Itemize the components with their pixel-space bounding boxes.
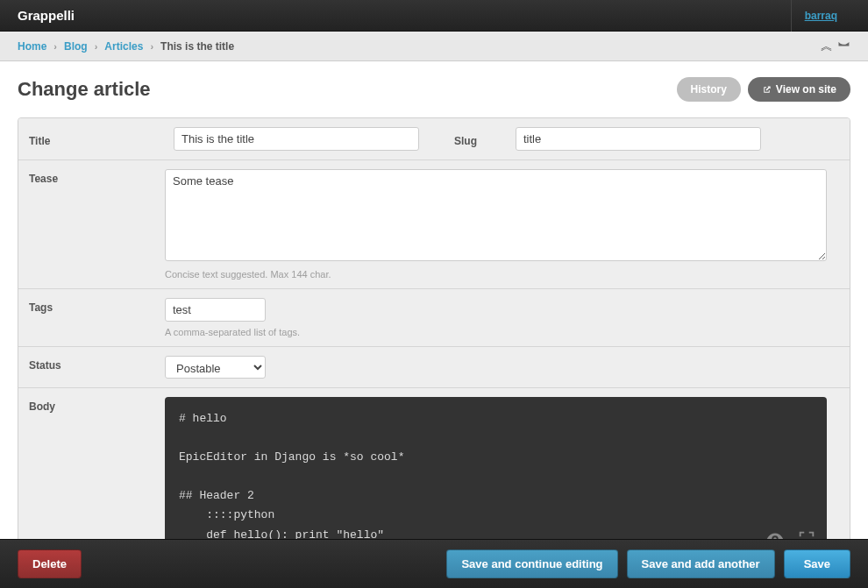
row-tags: Tags A comma-separated list of tags.: [18, 289, 850, 347]
breadcrumb-model[interactable]: Articles: [104, 40, 143, 53]
slug-label: Slug: [454, 131, 507, 147]
delete-button[interactable]: Delete: [18, 549, 82, 578]
body-wrap: # hello EpicEditor in Django is *so cool…: [165, 397, 839, 557]
col-title: Title: [29, 127, 419, 151]
tags-input[interactable]: [165, 298, 266, 322]
bottom-action-bar: Delete Save and continue editing Save an…: [0, 539, 868, 588]
col-slug: Slug: [454, 127, 839, 151]
breadcrumb-home[interactable]: Home: [18, 40, 46, 53]
title-input[interactable]: [174, 127, 419, 151]
collapse-controls: ︽ ︼: [821, 39, 850, 54]
user-link[interactable]: barraq: [791, 0, 850, 32]
chevron-right-icon: ›: [95, 41, 98, 52]
tease-textarea[interactable]: Some tease: [165, 169, 827, 261]
save-continue-button[interactable]: Save and continue editing: [446, 549, 617, 578]
breadcrumb: Home › Blog › Articles › This is the tit…: [18, 40, 234, 53]
tease-wrap: Some tease Concise text suggested. Max 1…: [165, 169, 839, 280]
row-tease: Tease Some tease Concise text suggested.…: [18, 160, 850, 289]
status-select[interactable]: Postable: [165, 356, 266, 379]
page-head: Change article History View on site: [18, 77, 850, 102]
row-status: Status Postable: [18, 347, 850, 388]
tags-help: A comma-separated list of tags.: [165, 327, 839, 337]
title-label: Title: [29, 131, 165, 147]
page-title: Change article: [18, 78, 151, 101]
external-link-icon: [762, 85, 772, 95]
save-add-another-button[interactable]: Save and add another: [627, 549, 775, 578]
status-wrap: Postable: [165, 356, 839, 379]
save-group: Save and continue editing Save and add a…: [446, 549, 850, 578]
view-on-site-button[interactable]: View on site: [748, 77, 850, 102]
form-box: Title Slug Tease Some tease Concise text…: [18, 117, 850, 567]
branding[interactable]: Grappelli: [18, 8, 75, 23]
page-actions: History View on site: [677, 77, 850, 102]
breadcrumb-current: This is the title: [160, 40, 234, 53]
chevron-right-icon: ›: [150, 41, 153, 52]
content: Change article History View on site Titl…: [0, 61, 868, 588]
body-content: # hello EpicEditor in Django is *so cool…: [179, 412, 404, 542]
row-title-slug: Title Slug: [18, 118, 850, 160]
tease-help: Concise text suggested. Max 144 char.: [165, 269, 839, 280]
status-label: Status: [29, 356, 165, 372]
top-header: Grappelli barraq: [0, 0, 868, 32]
history-button[interactable]: History: [677, 77, 741, 102]
tags-wrap: A comma-separated list of tags.: [165, 298, 839, 337]
chevron-right-icon: ›: [53, 41, 57, 52]
collapse-all-icon[interactable]: ︼: [838, 39, 850, 54]
tags-label: Tags: [29, 298, 165, 314]
body-label: Body: [29, 397, 165, 413]
expand-all-icon[interactable]: ︽: [821, 39, 833, 54]
tease-label: Tease: [29, 169, 165, 185]
body-editor[interactable]: # hello EpicEditor in Django is *so cool…: [165, 397, 827, 557]
breadcrumb-bar: Home › Blog › Articles › This is the tit…: [0, 32, 868, 61]
save-button[interactable]: Save: [784, 549, 850, 578]
slug-input[interactable]: [516, 127, 761, 151]
view-on-site-label: View on site: [776, 83, 836, 96]
breadcrumb-app[interactable]: Blog: [64, 40, 88, 53]
